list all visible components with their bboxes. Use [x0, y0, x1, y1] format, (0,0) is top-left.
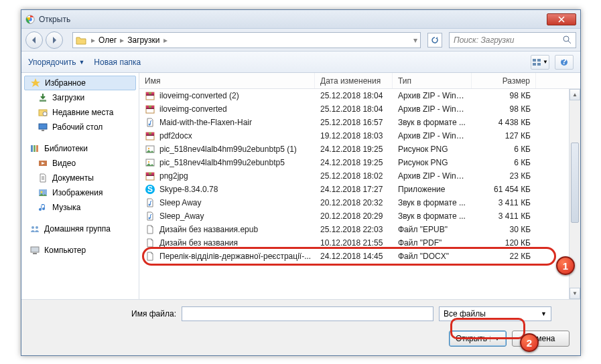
document-icon [38, 173, 48, 183]
file-type: Архив ZIP - WinR... [393, 104, 472, 114]
filetype-filter[interactable]: Все файлы▼ [439, 306, 551, 321]
file-date: 25.12.2018 22:03 [315, 225, 393, 234]
file-size: 23 КБ [472, 171, 536, 181]
file-type: Приложение [393, 185, 472, 194]
file-row[interactable]: Maid-with-the-Flaxen-Hair25.12.2018 16:5… [139, 116, 580, 129]
file-row[interactable]: iloveimg-converted25.12.2018 18:04Архив … [139, 102, 580, 116]
chrome-icon [25, 15, 35, 24]
file-row[interactable]: Перелік-відділів-державної-реєстрації-..… [139, 250, 580, 263]
file-icon [145, 90, 155, 101]
file-icon [145, 104, 155, 114]
sidebar-downloads[interactable]: Загрузки [21, 90, 139, 105]
file-row[interactable]: SSkype-8.34.0.7824.12.2018 17:27Приложен… [139, 183, 580, 196]
file-row[interactable]: Дизайн без названия.epub25.12.2018 22:03… [139, 223, 580, 236]
file-name: iloveimg-converted [159, 104, 227, 114]
open-button[interactable]: Открыть▼ [449, 331, 507, 347]
search-input[interactable]: Поиск: Загрузки [449, 32, 576, 48]
sidebar-favorites[interactable]: Избранное [24, 76, 136, 90]
file-icon [145, 224, 155, 235]
filename-input[interactable] [182, 306, 433, 321]
file-type: Рисунок PNG [393, 145, 472, 154]
svg-point-19 [41, 191, 43, 193]
organize-button[interactable]: Упорядочить▼ [28, 58, 84, 67]
svg-rect-6 [537, 63, 541, 66]
file-icon [145, 238, 155, 248]
back-button[interactable] [25, 31, 43, 49]
breadcrumb[interactable]: ▸ Олег ▸ Загрузки ▸ ▾ [72, 32, 421, 48]
scroll-up-icon[interactable]: ▲ [570, 89, 580, 100]
file-row[interactable]: pic_518nev4lalb4hm99u2ebunbtp524.12.2018… [139, 156, 580, 169]
sidebar-videos[interactable]: Видео [21, 156, 139, 171]
col-size[interactable]: Размер [472, 73, 536, 88]
sidebar-libraries[interactable]: Библиотеки [21, 141, 139, 156]
close-button[interactable] [547, 13, 576, 25]
chevron-down-icon: ▼ [78, 59, 84, 66]
svg-rect-22 [31, 247, 39, 252]
body: Избранное Загрузки Недавние места Рабочи… [21, 73, 580, 299]
svg-point-11 [43, 112, 47, 116]
sidebar-pictures[interactable]: Изображения [21, 185, 139, 200]
scroll-thumb[interactable] [571, 143, 579, 223]
file-size: 3 411 КБ [472, 211, 536, 221]
chevron-right-icon: ▸ [163, 35, 168, 45]
svg-point-20 [31, 226, 34, 229]
file-row[interactable]: pic_518nev4lalb4hm99u2ebunbtp5 (1)24.12.… [139, 143, 580, 156]
refresh-button[interactable] [427, 33, 442, 48]
sidebar-music[interactable]: Музыка [21, 200, 139, 215]
file-type: Архив ZIP - WinR... [393, 131, 472, 141]
sidebar-documents[interactable]: Документы [21, 171, 139, 185]
svg-rect-31 [146, 108, 154, 109]
file-date: 24.12.2018 19:25 [315, 158, 393, 167]
new-folder-button[interactable]: Новая папка [94, 58, 141, 67]
help-button[interactable]: ? [555, 55, 574, 70]
chevron-down-icon[interactable]: ▾ [413, 35, 417, 45]
chevron-down-icon: ▼ [490, 336, 500, 342]
sidebar-computer[interactable]: Компьютер [21, 243, 139, 258]
file-type: Архив ZIP - WinR... [393, 171, 472, 181]
desktop-icon [38, 122, 48, 132]
file-type: Файл "PDF" [393, 238, 472, 248]
sidebar-desktop[interactable]: Рабочий стол [21, 120, 139, 134]
nav-bar: ▸ Олег ▸ Загрузки ▸ ▾ Поиск: Загрузки [21, 29, 580, 52]
close-icon [558, 16, 565, 23]
sidebar-homegroup[interactable]: Домашняя группа [21, 221, 139, 236]
file-row[interactable]: Sleep_Away20.12.2018 20:29Звук в формате… [139, 209, 580, 223]
view-button[interactable]: ▼ [531, 55, 549, 70]
svg-rect-23 [33, 253, 37, 254]
scroll-down-icon[interactable]: ▼ [570, 288, 580, 299]
col-date[interactable]: Дата изменения [315, 73, 393, 88]
sidebar-recent[interactable]: Недавние места [21, 105, 139, 120]
footer: Имя файла: Все файлы▼ Открыть▼ Отмена [21, 299, 580, 355]
file-type: Архив ZIP - WinR... [393, 91, 472, 100]
col-name[interactable]: Имя [139, 73, 315, 88]
file-row[interactable]: pdf2docx19.12.2018 18:03Архив ZIP - WinR… [139, 129, 580, 143]
chevron-down-icon: ▼ [541, 310, 547, 317]
file-type: Звук в формате ... [393, 211, 472, 221]
file-type: Звук в формате ... [393, 198, 472, 207]
marker-1: 1 [556, 256, 575, 275]
recent-icon [38, 107, 48, 118]
file-row[interactable]: iloveimg-converted (2)25.12.2018 18:04Ар… [139, 89, 580, 102]
file-name: Maid-with-the-Flaxen-Hair [159, 118, 252, 127]
col-type[interactable]: Тип [393, 73, 472, 88]
file-name: Sleep_Away [159, 211, 204, 221]
file-icon [145, 157, 155, 168]
file-size: 127 КБ [472, 131, 536, 141]
file-row[interactable]: png2jpg25.12.2018 18:02Архив ZIP - WinR.… [139, 169, 580, 183]
file-size: 61 454 КБ [472, 185, 536, 194]
crumb-user[interactable]: Олег [96, 35, 119, 45]
file-icon [145, 211, 155, 221]
file-size: 6 КБ [472, 158, 536, 167]
crumb-downloads[interactable]: Загрузки [125, 35, 162, 45]
file-row[interactable]: Sleep Away20.12.2018 20:32Звук в формате… [139, 196, 580, 209]
file-size: 4 438 КБ [472, 118, 536, 127]
column-headers: Имя Дата изменения Тип Размер [139, 73, 580, 89]
folder-icon [76, 35, 86, 45]
svg-rect-30 [149, 106, 151, 108]
file-icon: S [145, 184, 155, 195]
chevron-right-icon: ▸ [119, 35, 125, 45]
forward-button[interactable] [46, 31, 63, 49]
file-name: Дизайн без названия.epub [159, 225, 258, 234]
svg-point-21 [36, 226, 38, 229]
file-row[interactable]: Дизайн без названия10.12.2018 21:55Файл … [139, 236, 580, 250]
